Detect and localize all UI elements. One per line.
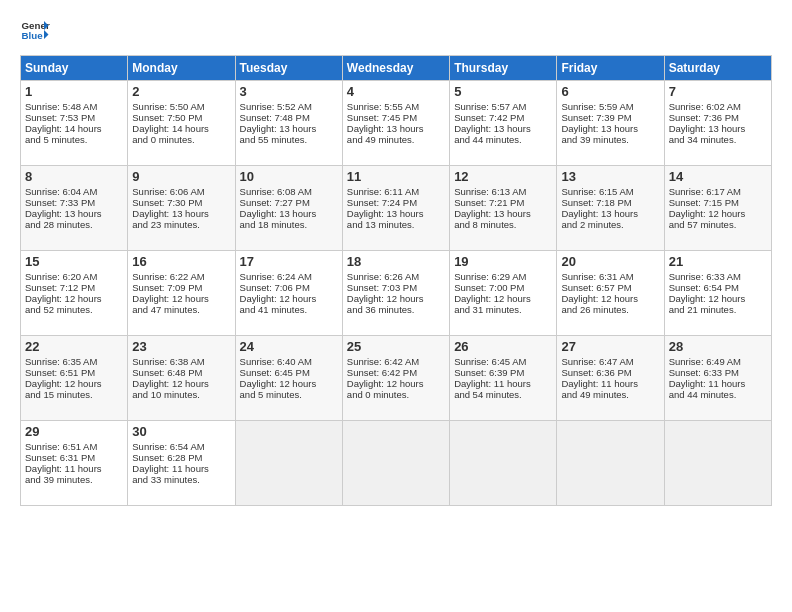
day-info: Sunrise: 6:17 AM — [669, 186, 767, 197]
day-number: 22 — [25, 339, 123, 354]
day-info: and 52 minutes. — [25, 304, 123, 315]
day-number: 17 — [240, 254, 338, 269]
day-info: Daylight: 11 hours — [25, 463, 123, 474]
day-info: and 44 minutes. — [454, 134, 552, 145]
day-number: 15 — [25, 254, 123, 269]
day-info: Sunrise: 6:02 AM — [669, 101, 767, 112]
day-info: Daylight: 13 hours — [561, 123, 659, 134]
day-info: Sunrise: 6:31 AM — [561, 271, 659, 282]
day-number: 10 — [240, 169, 338, 184]
calendar-cell — [342, 421, 449, 506]
weekday-header: Saturday — [664, 56, 771, 81]
day-info: and 23 minutes. — [132, 219, 230, 230]
day-info: Sunrise: 6:20 AM — [25, 271, 123, 282]
calendar-cell: 29Sunrise: 6:51 AMSunset: 6:31 PMDayligh… — [21, 421, 128, 506]
weekday-header: Sunday — [21, 56, 128, 81]
logo: General Blue — [20, 15, 50, 45]
calendar-cell: 8Sunrise: 6:04 AMSunset: 7:33 PMDaylight… — [21, 166, 128, 251]
calendar-cell: 18Sunrise: 6:26 AMSunset: 7:03 PMDayligh… — [342, 251, 449, 336]
calendar-cell: 24Sunrise: 6:40 AMSunset: 6:45 PMDayligh… — [235, 336, 342, 421]
calendar-cell: 23Sunrise: 6:38 AMSunset: 6:48 PMDayligh… — [128, 336, 235, 421]
calendar-cell — [664, 421, 771, 506]
day-number: 8 — [25, 169, 123, 184]
calendar-cell: 19Sunrise: 6:29 AMSunset: 7:00 PMDayligh… — [450, 251, 557, 336]
day-info: Sunset: 7:00 PM — [454, 282, 552, 293]
day-number: 3 — [240, 84, 338, 99]
day-info: Sunset: 7:39 PM — [561, 112, 659, 123]
day-info: and 0 minutes. — [132, 134, 230, 145]
calendar-cell: 25Sunrise: 6:42 AMSunset: 6:42 PMDayligh… — [342, 336, 449, 421]
day-info: and 36 minutes. — [347, 304, 445, 315]
day-info: Daylight: 12 hours — [25, 293, 123, 304]
day-info: Sunset: 6:48 PM — [132, 367, 230, 378]
calendar-cell — [235, 421, 342, 506]
day-info: Daylight: 13 hours — [454, 123, 552, 134]
calendar-week-row: 1Sunrise: 5:48 AMSunset: 7:53 PMDaylight… — [21, 81, 772, 166]
calendar-week-row: 15Sunrise: 6:20 AMSunset: 7:12 PMDayligh… — [21, 251, 772, 336]
day-info: Sunrise: 5:59 AM — [561, 101, 659, 112]
day-info: Daylight: 13 hours — [240, 123, 338, 134]
page-container: General Blue SundayMondayTuesdayWednesda… — [0, 0, 792, 516]
day-info: Sunrise: 6:40 AM — [240, 356, 338, 367]
calendar-cell: 15Sunrise: 6:20 AMSunset: 7:12 PMDayligh… — [21, 251, 128, 336]
calendar-cell: 20Sunrise: 6:31 AMSunset: 6:57 PMDayligh… — [557, 251, 664, 336]
day-info: Sunset: 7:27 PM — [240, 197, 338, 208]
day-info: Sunset: 6:31 PM — [25, 452, 123, 463]
day-number: 21 — [669, 254, 767, 269]
day-number: 26 — [454, 339, 552, 354]
day-info: and 28 minutes. — [25, 219, 123, 230]
day-info: Daylight: 11 hours — [561, 378, 659, 389]
day-info: and 41 minutes. — [240, 304, 338, 315]
calendar-cell: 7Sunrise: 6:02 AMSunset: 7:36 PMDaylight… — [664, 81, 771, 166]
day-info: Daylight: 13 hours — [347, 208, 445, 219]
calendar-cell — [450, 421, 557, 506]
day-info: Sunset: 7:12 PM — [25, 282, 123, 293]
day-info: and 8 minutes. — [454, 219, 552, 230]
day-info: Sunset: 6:54 PM — [669, 282, 767, 293]
day-info: Sunset: 7:21 PM — [454, 197, 552, 208]
day-info: Sunset: 7:18 PM — [561, 197, 659, 208]
day-info: Sunrise: 6:33 AM — [669, 271, 767, 282]
day-info: Sunrise: 6:49 AM — [669, 356, 767, 367]
day-info: and 54 minutes. — [454, 389, 552, 400]
calendar-cell: 14Sunrise: 6:17 AMSunset: 7:15 PMDayligh… — [664, 166, 771, 251]
day-info: Daylight: 14 hours — [132, 123, 230, 134]
calendar-cell: 5Sunrise: 5:57 AMSunset: 7:42 PMDaylight… — [450, 81, 557, 166]
day-number: 20 — [561, 254, 659, 269]
day-info: Daylight: 12 hours — [669, 293, 767, 304]
day-info: Sunset: 6:51 PM — [25, 367, 123, 378]
calendar-cell: 16Sunrise: 6:22 AMSunset: 7:09 PMDayligh… — [128, 251, 235, 336]
day-info: Daylight: 12 hours — [347, 293, 445, 304]
day-info: and 39 minutes. — [25, 474, 123, 485]
calendar-cell: 11Sunrise: 6:11 AMSunset: 7:24 PMDayligh… — [342, 166, 449, 251]
day-number: 18 — [347, 254, 445, 269]
day-number: 6 — [561, 84, 659, 99]
weekday-header: Thursday — [450, 56, 557, 81]
day-number: 2 — [132, 84, 230, 99]
day-number: 5 — [454, 84, 552, 99]
day-info: Sunrise: 6:51 AM — [25, 441, 123, 452]
day-info: and 2 minutes. — [561, 219, 659, 230]
calendar-header-row: SundayMondayTuesdayWednesdayThursdayFrid… — [21, 56, 772, 81]
day-info: Sunset: 6:33 PM — [669, 367, 767, 378]
day-info: and 55 minutes. — [240, 134, 338, 145]
day-info: Sunset: 6:36 PM — [561, 367, 659, 378]
day-info: Sunset: 7:45 PM — [347, 112, 445, 123]
page-header: General Blue — [20, 15, 772, 45]
day-info: and 49 minutes. — [561, 389, 659, 400]
day-info: Sunset: 7:15 PM — [669, 197, 767, 208]
day-info: and 33 minutes. — [132, 474, 230, 485]
day-info: Sunrise: 5:48 AM — [25, 101, 123, 112]
day-info: Daylight: 11 hours — [132, 463, 230, 474]
day-info: Sunset: 7:50 PM — [132, 112, 230, 123]
day-number: 9 — [132, 169, 230, 184]
day-info: Sunset: 7:09 PM — [132, 282, 230, 293]
day-info: Sunrise: 6:13 AM — [454, 186, 552, 197]
logo-icon: General Blue — [20, 15, 50, 45]
day-info: Daylight: 12 hours — [454, 293, 552, 304]
day-info: Daylight: 14 hours — [25, 123, 123, 134]
day-info: Sunrise: 6:11 AM — [347, 186, 445, 197]
day-info: Sunrise: 6:06 AM — [132, 186, 230, 197]
day-info: and 5 minutes. — [25, 134, 123, 145]
calendar-cell: 27Sunrise: 6:47 AMSunset: 6:36 PMDayligh… — [557, 336, 664, 421]
